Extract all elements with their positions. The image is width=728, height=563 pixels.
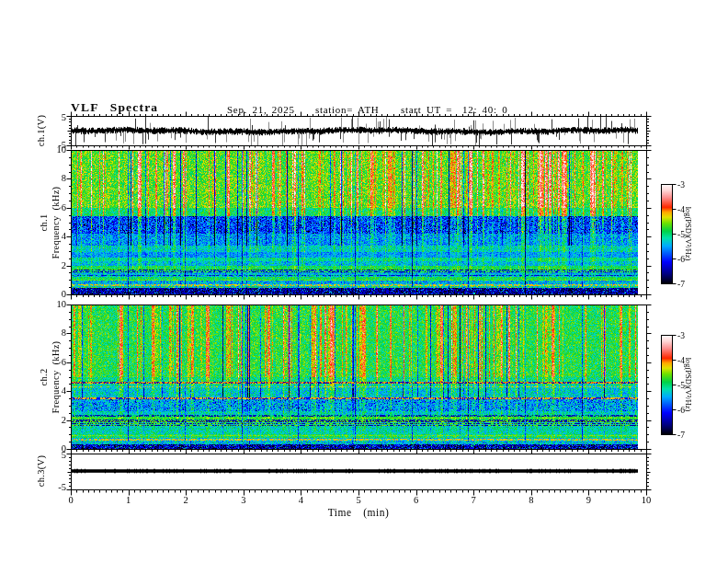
spec1-freq-tick-label: 6 (42, 202, 66, 213)
x-tick-label: 1 (126, 495, 131, 506)
station-label: station= ATH (315, 103, 379, 116)
x-tick-label: 8 (529, 495, 533, 506)
x-tick-label: 0 (68, 495, 73, 506)
ch2-spec-axis-label-channel: ch.2 (38, 305, 51, 450)
x-tick-label: 10 (642, 495, 652, 506)
ch2-spec-axis-label-frequency: Frequency (kHz) (50, 305, 63, 450)
x-tick-label: 2 (184, 495, 188, 506)
ch1-volt-tick-label: -5 (42, 140, 66, 151)
ch3-volt-tick-label: -5 (42, 482, 66, 493)
figure-date: Sep. 21, 2025 (227, 103, 295, 116)
ch3-volt-tick-label: 5 (42, 450, 66, 461)
spec2-freq-tick-label: 6 (42, 357, 66, 368)
colorbar2-tick-label: -6 (677, 405, 685, 416)
figure-title: VLF Spectra (71, 101, 158, 114)
colorbar1-tick-label: -3 (677, 179, 685, 190)
time-axis-label: Time (min) (302, 506, 415, 519)
x-tick-label: 9 (586, 495, 591, 506)
colorbar2-tick-label: -5 (677, 380, 685, 391)
colorbar2-tick-label: -7 (677, 430, 685, 441)
colorbar1-tick-label: -5 (677, 229, 685, 240)
spec1-freq-tick-label: 2 (42, 260, 66, 271)
spec2-freq-tick-label: 10 (42, 299, 66, 310)
colorbar2-unit-label: log(PSD)(V²/Hz) (684, 334, 695, 435)
x-tick-label: 5 (356, 495, 360, 506)
colorbar1-tick-label: -6 (677, 254, 685, 265)
x-tick-label: 3 (241, 495, 245, 506)
colorbar1-tick-label: -4 (677, 204, 685, 215)
vlf-spectra-figure: VLF Spectra Sep. 21, 2025 station= ATH s… (0, 0, 728, 563)
x-tick-label: 6 (414, 495, 418, 506)
colorbar2-tick-label: -4 (677, 355, 685, 366)
figure-canvas (0, 0, 728, 563)
ch1-spec-axis-label-channel: ch.1 (38, 151, 51, 295)
spec1-freq-tick-label: 4 (42, 231, 66, 242)
colorbar1-tick-label: -7 (677, 279, 685, 290)
spec1-freq-tick-label: 8 (42, 173, 66, 184)
x-tick-label: 7 (472, 495, 476, 506)
spec2-freq-tick-label: 4 (42, 385, 66, 396)
colorbar2-tick-label: -3 (677, 330, 685, 341)
x-tick-label: 4 (299, 495, 303, 506)
ch1-volt-tick-label: 5 (42, 112, 66, 123)
spec2-freq-tick-label: 8 (42, 327, 66, 339)
start-time-label: start UT = 12: 40: 0 (401, 103, 507, 116)
spec2-freq-tick-label: 2 (42, 415, 66, 426)
colorbar1-unit-label: log(PSD)(V²/Hz) (684, 183, 695, 284)
ch1-spec-axis-label-frequency: Frequency (kHz) (50, 151, 63, 295)
